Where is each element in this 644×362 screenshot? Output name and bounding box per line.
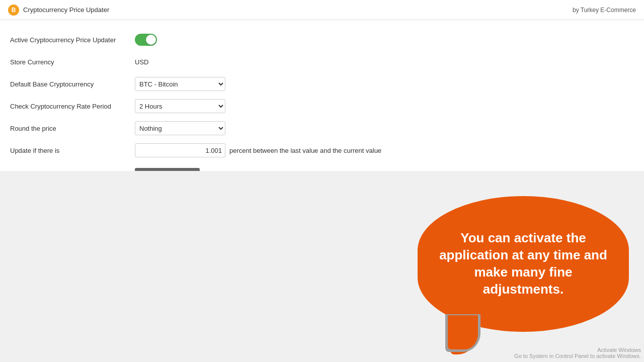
bubble-tail-orange bbox=[448, 315, 478, 349]
default-crypto-label: Default Base Cryptocurrency bbox=[10, 80, 135, 88]
check-rate-row: Check Cryptocurrency Rate Period 1 Hour … bbox=[10, 99, 634, 114]
speech-bubble: You can activate the application at any … bbox=[418, 196, 629, 332]
round-price-select[interactable]: Nothing Round Up Round Down bbox=[135, 121, 225, 135]
active-toggle[interactable] bbox=[135, 34, 157, 46]
speech-bubble-text: You can activate the application at any … bbox=[438, 230, 609, 298]
store-currency-row: Store Currency USD bbox=[10, 54, 634, 69]
active-label: Active Cryptocurrency Price Updater bbox=[10, 36, 135, 44]
store-currency-value: USD bbox=[135, 58, 148, 66]
check-rate-select[interactable]: 1 Hour 2 Hours 4 Hours 6 Hours 12 Hours … bbox=[135, 99, 225, 113]
header-by: by Turkey E-Commerce bbox=[573, 7, 636, 14]
toggle-knob bbox=[146, 35, 156, 45]
app-title: Cryptocurrency Price Updater bbox=[23, 6, 109, 14]
update-if-input[interactable] bbox=[135, 143, 225, 157]
update-if-row: Update if there is percent between the l… bbox=[10, 143, 634, 158]
header-left: B Cryptocurrency Price Updater bbox=[8, 5, 109, 16]
windows-line2: Go to System in Control Panel to activat… bbox=[514, 353, 641, 359]
speech-bubble-container: You can activate the application at any … bbox=[418, 196, 629, 352]
round-price-label: Round the price bbox=[10, 125, 135, 132]
windows-notice: Activate Windows Go to System in Control… bbox=[514, 347, 641, 359]
app-icon: B bbox=[8, 5, 19, 16]
update-if-label: Update if there is bbox=[10, 147, 135, 154]
bottom-area: You can activate the application at any … bbox=[0, 171, 644, 362]
check-rate-label: Check Cryptocurrency Rate Period bbox=[10, 103, 135, 110]
active-row: Active Cryptocurrency Price Updater bbox=[10, 32, 634, 47]
app-header: B Cryptocurrency Price Updater by Turkey… bbox=[0, 0, 644, 20]
store-currency-label: Store Currency bbox=[10, 58, 135, 66]
default-crypto-row: Default Base Cryptocurrency BTC - Bitcoi… bbox=[10, 76, 634, 92]
settings-panel: Active Cryptocurrency Price Updater Stor… bbox=[0, 20, 644, 194]
round-price-row: Round the price Nothing Round Up Round D… bbox=[10, 121, 634, 136]
default-crypto-select[interactable]: BTC - Bitcoin ETH - Ethereum LTC - Litec… bbox=[135, 77, 225, 91]
update-if-suffix: percent between the last value and the c… bbox=[229, 147, 381, 154]
windows-line1: Activate Windows bbox=[514, 347, 641, 353]
